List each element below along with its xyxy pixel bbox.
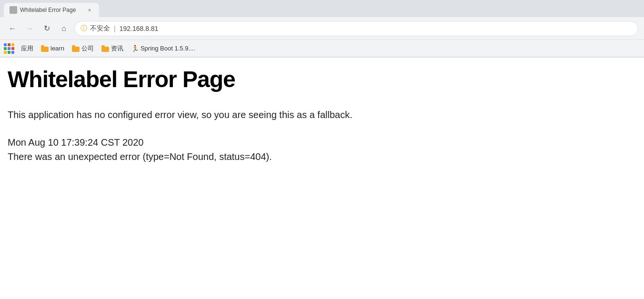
reload-button[interactable]: ↻ bbox=[40, 22, 53, 35]
bookmark-company-label: 公司 bbox=[81, 44, 94, 53]
dot-6 bbox=[11, 47, 14, 50]
browser-chrome: Whitelabel Error Page × ← → ↻ ⌂ ⓘ 不安全 | … bbox=[0, 0, 644, 58]
tab-bar: Whitelabel Error Page × bbox=[0, 0, 644, 17]
folder-icon-news bbox=[101, 45, 109, 52]
active-tab[interactable]: Whitelabel Error Page × bbox=[4, 3, 99, 17]
error-description: This application has no configured error… bbox=[8, 108, 636, 122]
home-button[interactable]: ⌂ bbox=[57, 22, 70, 35]
springboot-icon: 🏃 bbox=[131, 45, 139, 52]
dot-7 bbox=[4, 51, 7, 54]
bookmarks-bar: 应用 learn 公司 资讯 🏃 Spring Boot 1.5.9.... bbox=[0, 40, 644, 57]
nav-bar: ← → ↻ ⌂ ⓘ 不安全 | 192.168.8.81 bbox=[0, 17, 644, 40]
folder-icon-company bbox=[72, 45, 80, 52]
error-timestamp: Mon Aug 10 17:39:24 CST 2020 bbox=[8, 135, 636, 150]
bookmark-springboot-label: Spring Boot 1.5.9.... bbox=[141, 45, 195, 52]
dot-8 bbox=[8, 51, 10, 54]
error-detail-text: There was an unexpected error (type=Not … bbox=[8, 150, 636, 164]
dot-1 bbox=[4, 43, 7, 46]
error-details: Mon Aug 10 17:39:24 CST 2020 There was a… bbox=[8, 135, 636, 164]
dot-2 bbox=[8, 43, 10, 46]
dot-4 bbox=[4, 47, 7, 50]
address-bar[interactable]: ⓘ 不安全 | 192.168.8.81 bbox=[74, 21, 638, 36]
apps-grid-icon[interactable] bbox=[4, 43, 14, 54]
back-button[interactable]: ← bbox=[6, 22, 19, 35]
url-separator: | bbox=[114, 25, 116, 32]
page-content: Whitelabel Error Page This application h… bbox=[0, 58, 644, 299]
tab-close-button[interactable]: × bbox=[86, 6, 93, 14]
error-page-title: Whitelabel Error Page bbox=[8, 67, 636, 92]
tab-favicon bbox=[10, 6, 17, 14]
tab-title: Whitelabel Error Page bbox=[20, 7, 83, 13]
security-icon: ⓘ bbox=[80, 24, 87, 33]
bookmark-news-label: 资讯 bbox=[111, 44, 123, 53]
bookmark-springboot[interactable]: 🏃 Spring Boot 1.5.9.... bbox=[128, 44, 198, 53]
dot-5 bbox=[8, 47, 10, 50]
forward-button[interactable]: → bbox=[23, 22, 36, 35]
apps-label[interactable]: 应用 bbox=[18, 43, 36, 54]
url-text: 192.168.8.81 bbox=[120, 25, 159, 32]
dot-3 bbox=[11, 43, 14, 46]
folder-icon-learn bbox=[41, 45, 49, 52]
bookmark-learn-label: learn bbox=[50, 45, 64, 52]
security-label: 不安全 bbox=[90, 24, 110, 33]
bookmark-company[interactable]: 公司 bbox=[69, 43, 97, 54]
bookmark-news[interactable]: 资讯 bbox=[99, 43, 126, 54]
bookmark-learn[interactable]: learn bbox=[38, 44, 67, 53]
dot-9 bbox=[11, 51, 14, 54]
